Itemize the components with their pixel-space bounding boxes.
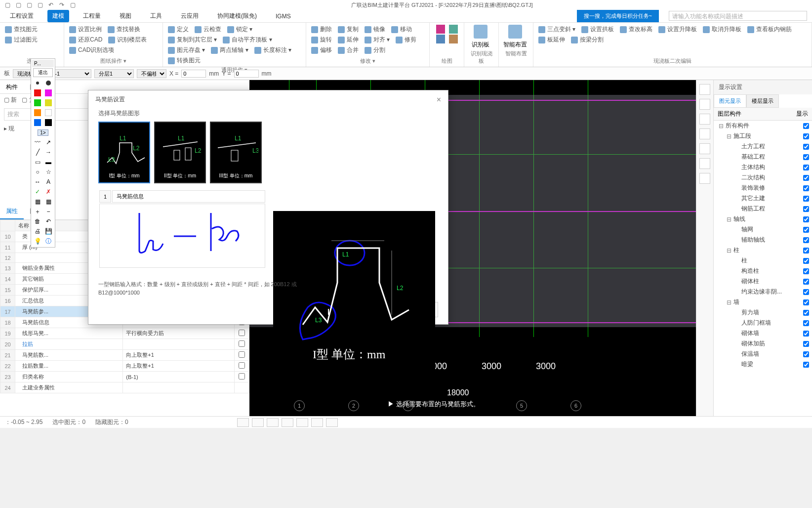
find-element-button[interactable]: 查找图元 — [4, 25, 39, 34]
rect-tool-icon[interactable]: ▭ — [32, 157, 43, 167]
cloud-check-button[interactable]: 云检查 — [194, 25, 222, 34]
bulb-icon[interactable]: 💡 — [32, 236, 43, 246]
dot-small-icon[interactable] — [36, 82, 39, 85]
undo-icon[interactable]: ↶ — [43, 216, 54, 226]
view-orbit-icon[interactable] — [699, 84, 710, 95]
qat-icon[interactable]: ↷ — [59, 1, 66, 8]
ellipse-tool-icon[interactable]: ○ — [32, 167, 43, 177]
layer-tree-item[interactable]: 其它土建 — [714, 193, 812, 204]
new-button[interactable]: ▢ 新 — [4, 96, 17, 104]
property-row[interactable]: 21马凳筋数...向上取整+1 — [0, 350, 249, 361]
line-tool-icon[interactable]: ╱ — [32, 147, 43, 157]
tab-properties[interactable]: 属性 — [0, 204, 24, 219]
promo-banner[interactable]: 搜一搜，完成每日积分任务~ — [577, 10, 659, 22]
delete-button[interactable]: 删除 — [310, 25, 333, 34]
find-replace-button[interactable]: 查找替换 — [107, 25, 141, 34]
dot-large-icon[interactable] — [46, 81, 51, 85]
point-tool-icon[interactable] — [436, 25, 445, 34]
ortho-tool-icon[interactable] — [267, 418, 279, 427]
size-badge[interactable]: 1> — [38, 129, 48, 136]
property-row[interactable]: 19线形马凳...平行横向受力筋 — [0, 328, 249, 339]
extra-tool-icon[interactable] — [326, 418, 338, 427]
tab-element-display[interactable]: 图元显示 — [714, 94, 746, 108]
color-orange[interactable] — [34, 109, 41, 116]
define-button[interactable]: 定义 — [167, 25, 190, 34]
palette-exit-button[interactable]: 退出 — [33, 68, 53, 77]
layer-tree-item[interactable]: 砌体柱 — [714, 276, 812, 287]
wave-tool-icon[interactable]: 〰 — [32, 137, 43, 147]
align-top-button[interactable]: 自动平齐顶板 ▾ — [222, 35, 273, 44]
layer-tree-item[interactable]: 砌体加筋 — [714, 339, 812, 349]
menu-igms[interactable]: IGMS — [271, 11, 296, 22]
circle-tool-icon[interactable] — [449, 35, 458, 43]
identify-slab-button[interactable]: 识别板 — [468, 25, 493, 49]
smart-layout-button[interactable]: 智能布置 — [503, 25, 528, 49]
layer-tree-item[interactable]: 土方工程 — [714, 141, 812, 152]
copy-layer-button[interactable]: 复制到其它层 ▾ — [167, 35, 218, 44]
property-row[interactable]: 24土建业务属性 — [0, 382, 249, 393]
mirror-button[interactable]: 镜像 — [364, 25, 386, 34]
view-layers-icon[interactable] — [699, 173, 710, 184]
layer-tree-item[interactable]: 轴网 — [714, 224, 812, 235]
tab-components[interactable]: 构件 — [0, 80, 24, 93]
split-by-beam-button[interactable]: 按梁分割 — [570, 35, 605, 44]
property-row[interactable]: 23归类名称(B-1) — [0, 372, 249, 382]
color-white[interactable] — [45, 109, 52, 116]
offset-select[interactable]: 不偏移 — [137, 69, 166, 78]
palette-title[interactable]: P... — [32, 60, 54, 67]
view-select-icon[interactable] — [699, 143, 710, 154]
move-button[interactable]: 移动 — [390, 25, 413, 34]
view-iso-icon[interactable] — [699, 128, 710, 139]
shape-option-3[interactable]: L1L3 III型 单位：mm — [210, 122, 262, 183]
measure-tool-icon[interactable] — [296, 418, 308, 427]
property-row[interactable]: 22拉筋数量...向上取整+1 — [0, 361, 249, 372]
check-elevation-button[interactable]: 查改标高 — [619, 25, 653, 34]
cad-options-button[interactable]: CAD识别选项 — [68, 45, 115, 55]
minus-icon[interactable]: − — [43, 207, 54, 216]
save-icon[interactable]: 💾 — [43, 226, 54, 236]
layer-tree-item[interactable]: 装饰装修 — [714, 183, 812, 193]
layer-tree-item[interactable]: 主体结构 — [714, 162, 812, 172]
line-tool-icon[interactable] — [436, 35, 445, 43]
color-yellow[interactable] — [45, 99, 52, 106]
annotation-palette[interactable]: P... 退出 1> 〰↗ ╱→ ▭▬ ○☆ ↔A ✓✗ ▦▦ ＋− 🗑↶ 🖨💾… — [31, 58, 55, 248]
floor-table-button[interactable]: 识别楼层表 — [107, 35, 148, 44]
dialog-title-bar[interactable]: 马凳筋设置 × — [88, 90, 448, 109]
convert-element-button[interactable]: 转换图元 — [167, 56, 202, 65]
layer-tree-item[interactable]: 砌体墙 — [714, 328, 812, 339]
y-input[interactable] — [234, 70, 259, 78]
view-settings-icon[interactable] — [699, 158, 710, 169]
check-icon[interactable]: ✓ — [32, 187, 43, 197]
layer-tree-item[interactable]: ⊟所有构件 — [714, 121, 812, 131]
menu-tools[interactable]: 工具 — [145, 10, 167, 22]
offset-button[interactable]: 偏移 — [310, 45, 333, 55]
layer-tree-item[interactable]: 二次结构 — [714, 172, 812, 183]
qat-icon[interactable]: ▢ — [5, 1, 12, 8]
text-tool-icon[interactable]: A — [43, 177, 54, 187]
layer-tree-item[interactable]: ⊟施工段 — [714, 131, 812, 141]
snap-tool-icon[interactable] — [237, 418, 249, 427]
arrow2-tool-icon[interactable]: → — [43, 147, 54, 157]
grid2-icon[interactable]: ▦ — [43, 197, 54, 207]
menu-quantity[interactable]: 工程量 — [78, 10, 106, 22]
qat-icon[interactable]: ▢ — [70, 1, 77, 8]
handwriting-area[interactable] — [99, 204, 265, 268]
extend-button[interactable]: 延伸 — [337, 35, 360, 44]
rect-tool-icon[interactable] — [449, 25, 458, 34]
rotate-button[interactable]: 旋转 — [310, 35, 333, 44]
layer-select[interactable]: 分层1 — [94, 69, 134, 78]
dblarrow-tool-icon[interactable]: ↔ — [32, 177, 43, 187]
view-3d-icon[interactable] — [699, 99, 710, 110]
length-annotation-button[interactable]: 长度标注 ▾ — [253, 45, 292, 55]
lock-button[interactable]: 锁定 ▾ — [226, 25, 253, 34]
filter-element-button[interactable]: 过滤图元 — [4, 35, 39, 44]
arch-slab-button[interactable]: 设置拱板 — [580, 25, 615, 34]
color-red[interactable] — [34, 89, 41, 96]
save-element-button[interactable]: 图元存盘 ▾ — [167, 45, 206, 55]
qat-icon[interactable]: ▢ — [16, 1, 23, 8]
split-button[interactable]: 分割 — [364, 45, 386, 55]
grid1-icon[interactable]: ▦ — [32, 197, 43, 207]
fillrect-tool-icon[interactable]: ▬ — [43, 157, 54, 167]
layer-tree-item[interactable]: 构造柱 — [714, 266, 812, 276]
trim-button[interactable]: 修剪 — [395, 35, 417, 44]
